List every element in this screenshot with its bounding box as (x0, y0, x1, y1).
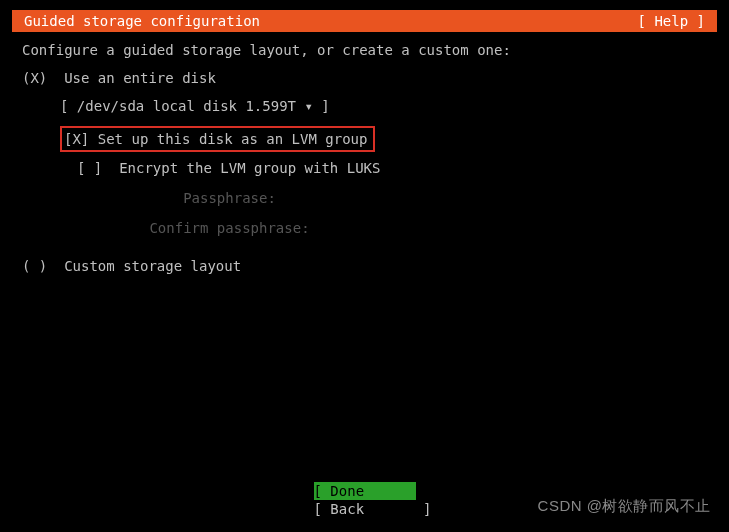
help-button[interactable]: [ Help ] (638, 13, 707, 29)
option-lvm-group[interactable]: [X] Set up this disk as an LVM group (60, 126, 375, 152)
page-title: Guided storage configuration (22, 13, 260, 29)
radio-marker: ( ) (22, 258, 47, 274)
header-bar: Guided storage configuration [ Help ] (12, 10, 717, 32)
option-custom-layout[interactable]: ( ) Custom storage layout (22, 258, 707, 274)
done-button[interactable]: [ Done ] (314, 482, 416, 500)
back-button[interactable]: [ Back ] (314, 500, 416, 518)
content-area: Configure a guided storage layout, or cr… (12, 32, 717, 274)
passphrase-label: Passphrase: (22, 190, 707, 206)
watermark-text: CSDN @树欲静而风不止 (538, 497, 711, 516)
disk-value: /dev/sda local disk 1.599T (77, 98, 296, 114)
disk-selector[interactable]: [ /dev/sda local disk 1.599T ▾ ] (60, 98, 707, 114)
radio-marker: (X) (22, 70, 47, 86)
chevron-down-icon: ▾ (296, 98, 321, 114)
checkbox-marker: [X] (64, 131, 89, 147)
confirm-passphrase-label: Confirm passphrase: (22, 220, 707, 236)
option-encrypt-luks[interactable]: [ ] Encrypt the LVM group with LUKS (77, 160, 707, 176)
instruction-text: Configure a guided storage layout, or cr… (22, 42, 707, 58)
option-label: Encrypt the LVM group with LUKS (119, 160, 380, 176)
option-label: Set up this disk as an LVM group (98, 131, 368, 147)
checkbox-marker: [ ] (77, 160, 102, 176)
installer-terminal: Guided storage configuration [ Help ] Co… (12, 10, 717, 522)
option-entire-disk[interactable]: (X) Use an entire disk (22, 70, 707, 86)
option-label: Custom storage layout (64, 258, 241, 274)
option-label: Use an entire disk (64, 70, 216, 86)
